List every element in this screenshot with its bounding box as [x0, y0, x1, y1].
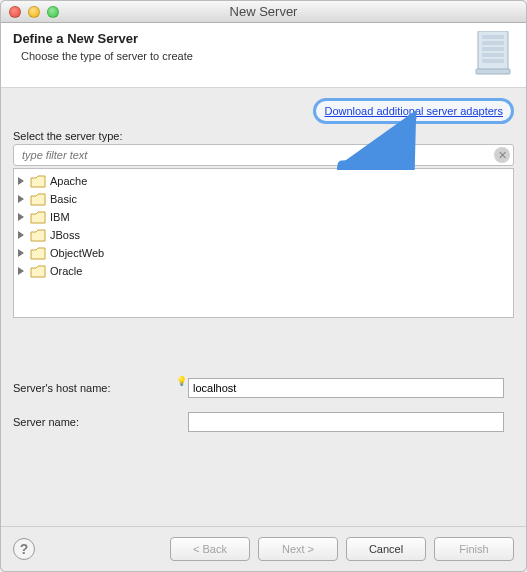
expand-arrow-icon[interactable] — [18, 249, 24, 257]
svg-rect-5 — [482, 59, 504, 63]
select-server-type-label: Select the server type: — [13, 130, 514, 142]
folder-icon — [30, 229, 46, 242]
expand-arrow-icon[interactable] — [18, 195, 24, 203]
tree-item-jboss[interactable]: JBoss — [18, 226, 509, 244]
window-title: New Server — [1, 4, 526, 19]
folder-icon — [30, 265, 46, 278]
cancel-button[interactable]: Cancel — [346, 537, 426, 561]
wizard-window: New Server Define a New Server Choose th… — [0, 0, 527, 572]
servername-label: Server name: — [13, 416, 188, 428]
tree-item-basic[interactable]: Basic — [18, 190, 509, 208]
tree-item-label: Oracle — [50, 265, 82, 277]
folder-icon — [30, 175, 46, 188]
hostname-label: Server's host name: — [13, 382, 188, 394]
help-button[interactable]: ? — [13, 538, 35, 560]
svg-rect-3 — [482, 47, 504, 51]
wizard-header: Define a New Server Choose the type of s… — [1, 23, 526, 88]
titlebar: New Server — [1, 1, 526, 23]
tree-item-label: ObjectWeb — [50, 247, 104, 259]
svg-rect-4 — [482, 53, 504, 57]
expand-arrow-icon[interactable] — [18, 267, 24, 275]
tree-item-objectweb[interactable]: ObjectWeb — [18, 244, 509, 262]
server-type-tree[interactable]: Apache Basic IBM JBo — [13, 168, 514, 318]
wizard-body: Download additional server adapters Sele… — [1, 88, 526, 526]
next-button[interactable]: Next > — [258, 537, 338, 561]
wizard-footer: ? < Back Next > Cancel Finish — [1, 526, 526, 571]
page-title: Define a New Server — [13, 31, 472, 46]
filter-field-wrap: ✕ — [13, 144, 514, 166]
expand-arrow-icon[interactable] — [18, 213, 24, 221]
tree-item-ibm[interactable]: IBM — [18, 208, 509, 226]
tree-item-apache[interactable]: Apache — [18, 172, 509, 190]
download-adapters-link[interactable]: Download additional server adapters — [313, 98, 514, 124]
tree-item-oracle[interactable]: Oracle — [18, 262, 509, 280]
svg-rect-1 — [482, 35, 504, 39]
svg-rect-2 — [482, 41, 504, 45]
lightbulb-icon: 💡 — [176, 376, 186, 386]
expand-arrow-icon[interactable] — [18, 177, 24, 185]
server-wizard-icon — [472, 31, 514, 75]
server-form: Server's host name: 💡 Server name: — [13, 378, 514, 446]
folder-icon — [30, 193, 46, 206]
tree-item-label: Basic — [50, 193, 77, 205]
clear-filter-icon[interactable]: ✕ — [494, 147, 510, 163]
folder-icon — [30, 211, 46, 224]
folder-icon — [30, 247, 46, 260]
filter-input[interactable] — [20, 148, 491, 162]
back-button[interactable]: < Back — [170, 537, 250, 561]
tree-item-label: JBoss — [50, 229, 80, 241]
expand-arrow-icon[interactable] — [18, 231, 24, 239]
tree-item-label: Apache — [50, 175, 87, 187]
finish-button[interactable]: Finish — [434, 537, 514, 561]
page-subtitle: Choose the type of server to create — [21, 50, 472, 62]
servername-input[interactable] — [188, 412, 504, 432]
svg-rect-6 — [476, 69, 510, 74]
tree-item-label: IBM — [50, 211, 70, 223]
hostname-input[interactable] — [188, 378, 504, 398]
